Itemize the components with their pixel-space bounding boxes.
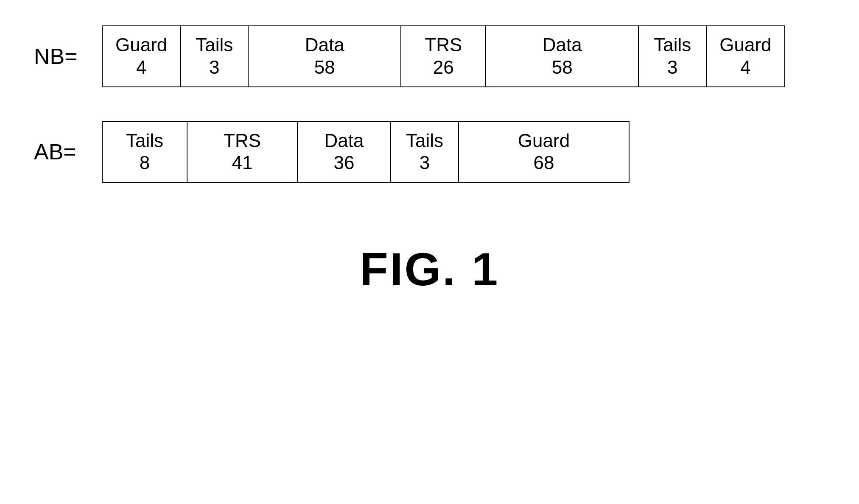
nb-guard-left-label: Guard (115, 34, 167, 56)
nb-data-right-value: 58 (552, 56, 573, 79)
ab-table: Tails 8 TRS 41 Data 36 Tails 3 Guard 68 (102, 121, 630, 183)
nb-data-right-label: Data (543, 34, 582, 56)
nb-tails-left-value: 3 (209, 56, 219, 79)
ab-cell-data: Data 36 (298, 122, 391, 182)
nb-data-left-label: Data (305, 34, 344, 56)
ab-guard-label: Guard (518, 130, 570, 152)
ab-cell-trs: TRS 41 (187, 122, 298, 182)
ab-tails2-value: 3 (420, 152, 430, 174)
nb-tails-right-value: 3 (667, 56, 677, 79)
nb-label: NB= (34, 44, 85, 69)
nb-cell-trs: TRS 26 (401, 26, 486, 86)
nb-tails-right-label: Tails (654, 34, 691, 56)
nb-cell-guard-left: Guard 4 (103, 26, 181, 86)
nb-guard-right-label: Guard (719, 34, 771, 56)
ab-cell-tails2: Tails 3 (391, 122, 459, 182)
ab-guard-value: 68 (534, 152, 554, 174)
nb-diagram: NB= Guard 4 Tails 3 Data 58 TRS 26 Data … (34, 25, 785, 87)
nb-cell-guard-right: Guard 4 (707, 26, 784, 86)
nb-guard-right-value: 4 (740, 56, 750, 79)
figure-label: FIG. 1 (34, 242, 825, 296)
ab-data-value: 36 (334, 152, 355, 174)
ab-tails2-label: Tails (406, 130, 443, 152)
ab-cell-guard: Guard 68 (459, 122, 629, 182)
nb-cell-tails-right: Tails 3 (639, 26, 707, 86)
ab-diagram: AB= Tails 8 TRS 41 Data 36 Tails 3 Guard… (34, 121, 630, 183)
ab-label: AB= (34, 139, 85, 164)
nb-cell-data-left: Data 58 (249, 26, 401, 86)
ab-trs-label: TRS (224, 130, 261, 152)
ab-cell-tails: Tails 8 (103, 122, 187, 182)
ab-tails-value: 8 (140, 152, 150, 174)
nb-table: Guard 4 Tails 3 Data 58 TRS 26 Data 58 T… (102, 25, 785, 87)
nb-tails-left-label: Tails (196, 34, 233, 56)
nb-guard-left-value: 4 (136, 56, 146, 79)
nb-trs-label: TRS (425, 34, 462, 56)
nb-cell-tails-left: Tails 3 (181, 26, 249, 86)
ab-tails-label: Tails (126, 130, 163, 152)
nb-cell-data-right: Data 58 (486, 26, 639, 86)
nb-trs-value: 26 (433, 56, 454, 79)
nb-data-left-value: 58 (314, 56, 335, 79)
ab-trs-value: 41 (232, 152, 253, 174)
ab-data-label: Data (325, 130, 364, 152)
